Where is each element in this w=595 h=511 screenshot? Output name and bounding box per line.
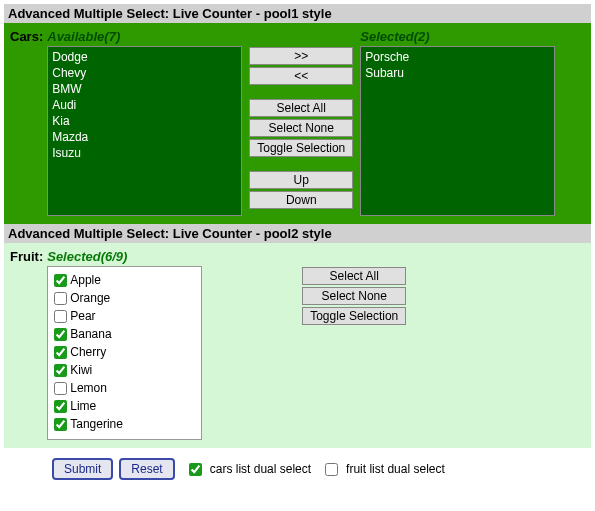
pool1-container: Cars: Available(7) DodgeChevyBMWAudiKiaM… xyxy=(4,23,591,224)
list-item[interactable]: Banana xyxy=(54,325,195,343)
fruit-item-label: Apple xyxy=(70,273,101,287)
fruit-item-checkbox[interactable] xyxy=(54,400,67,413)
fruit-item-label: Orange xyxy=(70,291,110,305)
fruit-dual-select-checkbox[interactable] xyxy=(325,463,338,476)
available-header: Available(7) xyxy=(47,29,242,46)
list-item[interactable]: Chevy xyxy=(52,65,237,81)
list-item[interactable]: Kia xyxy=(52,113,237,129)
move-right-button[interactable]: >> xyxy=(249,47,353,65)
fruit-label: Fruit: xyxy=(10,249,43,264)
submit-button[interactable]: Submit xyxy=(52,458,113,480)
fruit-column: Selected(6/9) AppleOrangePearBananaCherr… xyxy=(47,249,202,440)
fruit-item-label: Banana xyxy=(70,327,111,341)
fruit-item-checkbox[interactable] xyxy=(54,328,67,341)
fruit-item-label: Lemon xyxy=(70,381,107,395)
fruit-item-checkbox[interactable] xyxy=(54,418,67,431)
list-item[interactable]: Mazda xyxy=(52,129,237,145)
pool2-title: Advanced Multiple Select: Live Counter -… xyxy=(4,224,591,243)
fruit-item-label: Cherry xyxy=(70,345,106,359)
transfer-buttons: >> << Select All Select None Toggle Sele… xyxy=(242,47,360,211)
list-item[interactable]: Audi xyxy=(52,97,237,113)
list-item[interactable]: Kiwi xyxy=(54,361,195,379)
fruit-item-checkbox[interactable] xyxy=(54,292,67,305)
list-item[interactable]: Orange xyxy=(54,289,195,307)
fruit-item-checkbox[interactable] xyxy=(54,364,67,377)
fruit-item-label: Pear xyxy=(70,309,95,323)
fruit-select-none-button[interactable]: Select None xyxy=(302,287,406,305)
list-item[interactable]: Pear xyxy=(54,307,195,325)
selected-column: Selected(2) PorscheSubaru xyxy=(360,29,555,216)
available-listbox[interactable]: DodgeChevyBMWAudiKiaMazdaIsuzu xyxy=(47,46,242,216)
available-column: Available(7) DodgeChevyBMWAudiKiaMazdaIs… xyxy=(47,29,242,216)
fruit-item-label: Kiwi xyxy=(70,363,92,377)
fruit-item-checkbox[interactable] xyxy=(54,382,67,395)
cars-label: Cars: xyxy=(10,29,43,44)
list-item[interactable]: Subaru xyxy=(365,65,550,81)
list-item[interactable]: Apple xyxy=(54,271,195,289)
footer: Submit Reset cars list dual select fruit… xyxy=(4,448,591,486)
list-item[interactable]: Cherry xyxy=(54,343,195,361)
toggle-selection-button[interactable]: Toggle Selection xyxy=(249,139,353,157)
list-item[interactable]: Dodge xyxy=(52,49,237,65)
select-none-button[interactable]: Select None xyxy=(249,119,353,137)
select-all-button[interactable]: Select All xyxy=(249,99,353,117)
fruit-checklist[interactable]: AppleOrangePearBananaCherryKiwiLemonLime… xyxy=(47,266,202,440)
move-down-button[interactable]: Down xyxy=(249,191,353,209)
fruit-item-checkbox[interactable] xyxy=(54,274,67,287)
cars-dual-select-checkbox[interactable] xyxy=(189,463,202,476)
fruit-select-all-button[interactable]: Select All xyxy=(302,267,406,285)
list-item[interactable]: Lime xyxy=(54,397,195,415)
cars-dual-select-label: cars list dual select xyxy=(210,462,311,476)
selected-listbox[interactable]: PorscheSubaru xyxy=(360,46,555,216)
pool2-buttons: Select All Select None Toggle Selection xyxy=(302,267,406,327)
fruit-header: Selected(6/9) xyxy=(47,249,202,266)
fruit-item-checkbox[interactable] xyxy=(54,346,67,359)
move-left-button[interactable]: << xyxy=(249,67,353,85)
fruit-item-checkbox[interactable] xyxy=(54,310,67,323)
fruit-dual-select-label: fruit list dual select xyxy=(346,462,445,476)
fruit-item-label: Tangerine xyxy=(70,417,123,431)
pool1-title: Advanced Multiple Select: Live Counter -… xyxy=(4,4,591,23)
pool2-container: Fruit: Selected(6/9) AppleOrangePearBana… xyxy=(4,243,591,448)
list-item[interactable]: Lemon xyxy=(54,379,195,397)
move-up-button[interactable]: Up xyxy=(249,171,353,189)
list-item[interactable]: Porsche xyxy=(365,49,550,65)
selected-header: Selected(2) xyxy=(360,29,555,46)
list-item[interactable]: BMW xyxy=(52,81,237,97)
fruit-item-label: Lime xyxy=(70,399,96,413)
list-item[interactable]: Tangerine xyxy=(54,415,195,433)
reset-button[interactable]: Reset xyxy=(119,458,174,480)
fruit-toggle-selection-button[interactable]: Toggle Selection xyxy=(302,307,406,325)
list-item[interactable]: Isuzu xyxy=(52,145,237,161)
